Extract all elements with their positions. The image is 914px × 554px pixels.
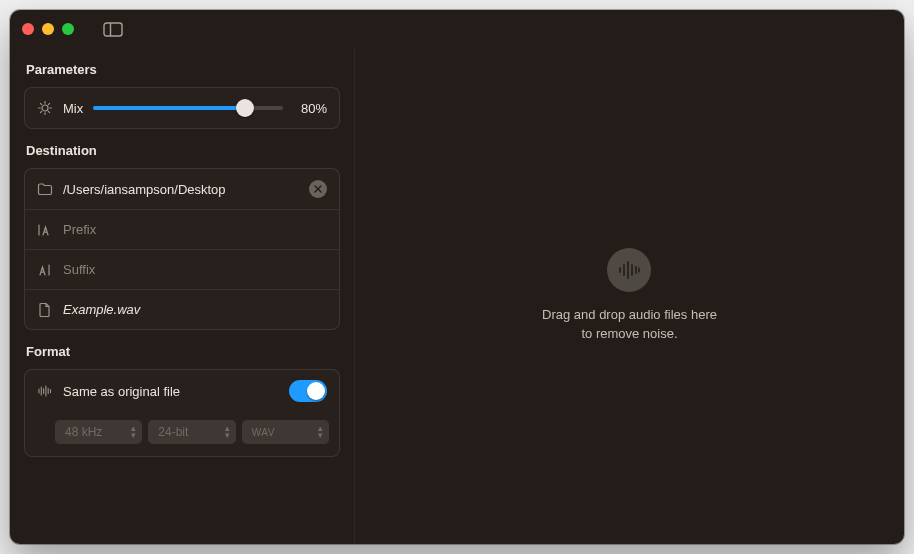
prefix-row: [25, 209, 339, 249]
clear-destination-button[interactable]: [309, 180, 327, 198]
svg-line-7: [40, 103, 41, 104]
parameters-card: Mix 80%: [24, 87, 340, 129]
stepper-arrows-icon: ▴▾: [131, 425, 136, 439]
suffix-input[interactable]: [63, 262, 327, 277]
same-as-original-toggle[interactable]: [289, 380, 327, 402]
minimize-window-button[interactable]: [42, 23, 54, 35]
prefix-input[interactable]: [63, 222, 327, 237]
same-format-row: Same as original file: [25, 370, 339, 412]
stepper-arrows-icon: ▴▾: [318, 425, 323, 439]
waveform-icon: [37, 383, 53, 399]
sample-rate-select[interactable]: 48 kHz ▴▾: [55, 420, 142, 444]
drop-text: Drag and drop audio files here to remove…: [542, 306, 717, 344]
format-selects-row: 48 kHz ▴▾ 24-bit ▴▾ WAV ▴▾: [25, 412, 339, 456]
destination-path-input[interactable]: [63, 182, 299, 197]
drop-text-line2: to remove noise.: [542, 325, 717, 344]
bit-depth-value: 24-bit: [158, 425, 188, 439]
stepper-arrows-icon: ▴▾: [225, 425, 230, 439]
svg-line-9: [40, 111, 41, 112]
mix-row: Mix 80%: [25, 88, 339, 128]
titlebar: [10, 10, 904, 48]
svg-line-10: [48, 103, 49, 104]
same-as-original-label: Same as original file: [63, 384, 180, 399]
destination-heading: Destination: [26, 143, 340, 158]
settings-sidebar: Parameters: [10, 48, 355, 544]
folder-icon: [37, 181, 53, 197]
destination-path-row: [25, 169, 339, 209]
app-window: Parameters: [10, 10, 904, 544]
drop-area: Drag and drop audio files here to remove…: [542, 248, 717, 344]
drop-pane[interactable]: Drag and drop audio files here to remove…: [355, 48, 904, 544]
zoom-window-button[interactable]: [62, 23, 74, 35]
example-row: Example.wav: [25, 289, 339, 329]
format-heading: Format: [26, 344, 340, 359]
prefix-icon: [37, 222, 53, 238]
content: Parameters: [10, 48, 904, 544]
close-window-button[interactable]: [22, 23, 34, 35]
drop-text-line1: Drag and drop audio files here: [542, 306, 717, 325]
svg-rect-0: [104, 23, 122, 36]
destination-card: Example.wav: [24, 168, 340, 330]
mix-slider[interactable]: [93, 106, 283, 110]
example-filename: Example.wav: [63, 302, 140, 317]
sample-rate-value: 48 kHz: [65, 425, 102, 439]
svg-line-8: [48, 111, 49, 112]
mix-value: 80%: [293, 101, 327, 116]
container-select[interactable]: WAV ▴▾: [242, 420, 329, 444]
suffix-row: [25, 249, 339, 289]
container-value: WAV: [252, 427, 275, 438]
bit-depth-select[interactable]: 24-bit ▴▾: [148, 420, 235, 444]
parameters-heading: Parameters: [26, 62, 340, 77]
traffic-lights: [22, 23, 74, 35]
svg-point-2: [42, 105, 48, 111]
suffix-icon: [37, 262, 53, 278]
format-card: Same as original file 48 kHz ▴▾ 24-bit ▴…: [24, 369, 340, 457]
mix-icon: [37, 100, 53, 116]
file-icon: [37, 302, 53, 318]
audio-wave-icon: [607, 248, 651, 292]
mix-label: Mix: [63, 101, 83, 116]
sidebar-toggle-button[interactable]: [102, 21, 124, 37]
